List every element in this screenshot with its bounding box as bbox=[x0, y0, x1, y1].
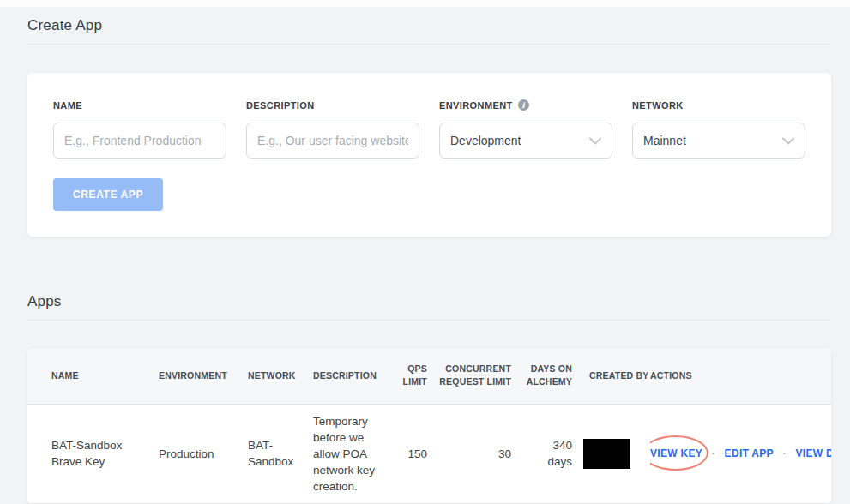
create-app-form: NAME DESCRIPTION ENVIRONMENT i bbox=[53, 99, 805, 159]
column-header-environment: ENVIRONMENT bbox=[159, 348, 248, 404]
view-key-wrap: VIEW KEY bbox=[650, 445, 702, 462]
create-app-section-title: Create App bbox=[27, 17, 831, 34]
description-input[interactable] bbox=[246, 123, 419, 159]
column-header-qps-limit: QPS LIMIT bbox=[395, 348, 427, 404]
chevron-down-icon bbox=[589, 137, 601, 145]
environment-field-label-text: ENVIRONMENT bbox=[439, 100, 513, 111]
environment-select-value: Development bbox=[450, 134, 521, 147]
column-header-network: NETWORK bbox=[248, 348, 313, 404]
app-qps-limit-cell: 150 bbox=[395, 404, 427, 503]
network-field-label: NETWORK bbox=[632, 99, 805, 111]
app-created-by-cell bbox=[572, 404, 650, 503]
view-details-link[interactable]: VIEW DETAILS bbox=[795, 447, 831, 459]
section-divider bbox=[27, 44, 831, 45]
app-name-cell: BAT-Sandbox Brave Key bbox=[27, 404, 159, 503]
app-description-cell: Temporary before we allow POA network ke… bbox=[313, 404, 395, 503]
description-field-label: DESCRIPTION bbox=[246, 99, 419, 111]
apps-table: NAME ENVIRONMENT NETWORK DESCRIPTION QPS… bbox=[27, 348, 831, 504]
network-select[interactable]: Mainnet bbox=[632, 123, 805, 159]
app-concurrent-request-limit-cell: 30 bbox=[427, 404, 511, 503]
edit-app-link[interactable]: EDIT APP bbox=[725, 447, 774, 459]
app-name-text: BAT-Sandbox Brave Key bbox=[51, 437, 154, 470]
app-days-on-alchemy-cell: 340 days bbox=[511, 404, 572, 503]
top-strip bbox=[0, 0, 850, 7]
name-input[interactable] bbox=[53, 123, 226, 159]
action-separator-dot: · bbox=[712, 447, 715, 459]
create-app-button[interactable]: CREATE APP bbox=[53, 178, 163, 211]
app-environment-cell: Production bbox=[159, 404, 248, 503]
name-field-label-text: NAME bbox=[53, 100, 82, 111]
app-actions-cell: VIEW KEY · EDIT APP · VIEW DETAILS bbox=[650, 404, 831, 503]
column-header-created-by: CREATED BY bbox=[572, 348, 650, 404]
environment-field-label: ENVIRONMENT i bbox=[439, 99, 612, 111]
app-description-text: Temporary before we allow POA network ke… bbox=[313, 411, 383, 496]
view-key-link[interactable]: VIEW KEY bbox=[650, 447, 702, 459]
apps-table-card: NAME ENVIRONMENT NETWORK DESCRIPTION QPS… bbox=[27, 348, 831, 504]
column-header-description: DESCRIPTION bbox=[313, 348, 395, 404]
table-header-row: NAME ENVIRONMENT NETWORK DESCRIPTION QPS… bbox=[27, 348, 831, 404]
column-header-name: NAME bbox=[27, 348, 159, 404]
created-by-redacted-box bbox=[583, 439, 630, 469]
column-header-days-on-alchemy: DAYS ON ALCHEMY bbox=[511, 348, 572, 404]
create-app-card: NAME DESCRIPTION ENVIRONMENT i bbox=[27, 73, 831, 237]
page-root: Create App NAME DESCRIPTION bbox=[0, 0, 850, 504]
column-header-actions: ACTIONS bbox=[650, 348, 831, 404]
app-days-on-alchemy-text: 340 days bbox=[541, 437, 572, 470]
column-header-concurrent-request-limit: CONCURRENT REQUEST LIMIT bbox=[427, 348, 511, 404]
app-network-cell: BAT-Sandbox bbox=[248, 404, 313, 503]
network-select-value: Mainnet bbox=[643, 134, 686, 147]
description-field-label-text: DESCRIPTION bbox=[246, 100, 315, 111]
info-icon[interactable]: i bbox=[518, 99, 529, 111]
network-field-label-text: NETWORK bbox=[632, 100, 684, 111]
chevron-down-icon bbox=[782, 137, 794, 145]
apps-section-title: Apps bbox=[27, 293, 831, 310]
name-field-group: NAME bbox=[53, 99, 226, 159]
table-row: BAT-Sandbox Brave Key Production BAT-San… bbox=[27, 404, 831, 503]
description-field-group: DESCRIPTION bbox=[246, 99, 419, 159]
network-field-group: NETWORK Mainnet bbox=[632, 99, 805, 159]
environment-field-group: ENVIRONMENT i Development bbox=[439, 99, 612, 159]
action-separator-dot: · bbox=[783, 447, 787, 459]
app-network-text: BAT-Sandbox bbox=[248, 435, 313, 471]
environment-select[interactable]: Development bbox=[439, 123, 612, 159]
name-field-label: NAME bbox=[53, 99, 226, 111]
section-divider bbox=[27, 320, 831, 321]
main-content: Create App NAME DESCRIPTION bbox=[27, 17, 831, 504]
